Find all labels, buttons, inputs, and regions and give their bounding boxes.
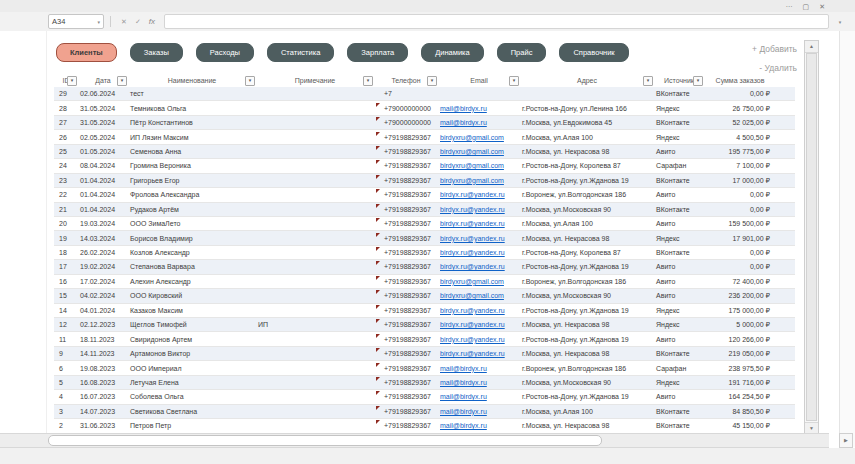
email-link[interactable]: birdyx.ru@yandex.ru — [440, 220, 505, 227]
tab-clients[interactable]: Клиенты — [56, 43, 117, 62]
table-row[interactable]: 1504.02.2024ООО Кировский+79198829367bir… — [54, 289, 795, 303]
table-row[interactable]: 231.06.2023Петров Петр+79198829367mail@b… — [54, 419, 795, 433]
window-icon[interactable]: ▢ — [803, 3, 810, 10]
email-link[interactable]: mail@birdyx.ru — [440, 105, 487, 112]
filter-button-phone[interactable]: ▾ — [427, 76, 437, 86]
tab-orders[interactable]: Заказы — [130, 43, 183, 62]
cell-email[interactable]: birdyx.ru@yandex.ru — [438, 304, 520, 317]
table-row[interactable]: 2019.03.2024ООО ЗимаЛето+79198829367bird… — [54, 217, 795, 231]
table-row[interactable]: 619.08.2023ООО Империал+79198829367mail@… — [54, 361, 795, 375]
table-row[interactable]: 1202.12.2023Щеглов ТимофейИП+79198829367… — [54, 318, 795, 332]
insert-function-icon[interactable]: fx — [149, 18, 155, 26]
email-link[interactable]: birdyxru@gmail.com — [440, 148, 504, 155]
close-icon[interactable]: ✕ — [819, 3, 825, 10]
table-row[interactable]: 1826.02.2024Козлов Александр+79198829367… — [54, 246, 795, 260]
cell-email[interactable]: mail@birdyx.ru — [438, 116, 520, 129]
formula-bar-expand-icon[interactable]: ▾ — [833, 19, 847, 25]
cell-email[interactable]: mail@birdyx.ru — [438, 102, 520, 115]
email-link[interactable]: mail@birdyx.ru — [440, 365, 487, 372]
cell-email[interactable]: birdyx.ru@yandex.ru — [438, 333, 520, 346]
email-link[interactable]: birdyx.ru@yandex.ru — [440, 350, 505, 357]
cell-email[interactable]: mail@birdyx.ru — [438, 376, 520, 389]
email-link[interactable]: birdyx.ru@yandex.ru — [440, 191, 505, 198]
table-row[interactable]: 2201.04.2024Фролова Александра+791988293… — [54, 188, 795, 202]
email-link[interactable]: birdyxru@gmail.com — [440, 278, 504, 285]
delete-row-button[interactable]: - Удалить — [759, 63, 797, 73]
cell-email[interactable]: birdyxru@gmail.com — [438, 131, 520, 144]
table-row[interactable]: 914.11.2023Артамонов Виктор+79198829367b… — [54, 347, 795, 361]
tab-directory[interactable]: Справочник — [559, 43, 628, 62]
cell-email[interactable]: mail@birdyx.ru — [438, 362, 520, 375]
filter-button-address[interactable]: ▾ — [643, 76, 653, 86]
filter-button-source[interactable]: ▾ — [693, 76, 703, 86]
email-link[interactable]: mail@birdyx.ru — [440, 119, 487, 126]
vertical-scrollbar[interactable]: ▲ ▼ — [804, 40, 819, 435]
table-row[interactable]: 2902.06.2024тест+7ВКонтакте0,00 ₽ — [54, 87, 795, 101]
email-link[interactable]: mail@birdyx.ru — [440, 393, 487, 400]
tab-salary[interactable]: Зарплата — [347, 43, 408, 62]
filter-button-id[interactable]: ▾ — [67, 76, 77, 86]
table-row[interactable]: 1404.01.2024Казаков Максим+79198829367bi… — [54, 304, 795, 318]
email-link[interactable]: birdyxru@gmail.com — [440, 292, 504, 299]
cell-email[interactable]: birdyxru@gmail.com — [438, 174, 520, 187]
table-row[interactable]: 2301.04.2024Григорьев Егор+79198829367bi… — [54, 174, 795, 188]
email-link[interactable]: birdyx.ru@yandex.ru — [440, 249, 505, 256]
table-row[interactable]: 1118.11.2023Свиридонов Артем+79198829367… — [54, 332, 795, 346]
name-box-dropdown-icon[interactable]: ▾ — [97, 19, 100, 25]
horizontal-scrollbar-thumb[interactable] — [48, 435, 602, 446]
cell-email[interactable]: birdyx.ru@yandex.ru — [438, 347, 520, 360]
email-link[interactable]: birdyx.ru@yandex.ru — [440, 307, 505, 314]
cell-email[interactable]: mail@birdyx.ru — [438, 419, 520, 432]
scroll-up-icon[interactable]: ▲ — [805, 41, 818, 53]
filter-button-date[interactable]: ▾ — [117, 76, 127, 86]
cell-name-box[interactable]: A34 ▾ — [48, 14, 104, 29]
cell-email[interactable]: mail@birdyx.ru — [438, 405, 520, 418]
confirm-entry-icon[interactable]: ✓ — [135, 18, 141, 25]
cell-email[interactable]: mail@birdyx.ru — [438, 390, 520, 403]
filter-button-note[interactable]: ▾ — [363, 76, 373, 86]
email-link[interactable]: birdyxru@gmail.com — [440, 177, 504, 184]
email-link[interactable]: mail@birdyx.ru — [440, 422, 487, 429]
table-row[interactable]: 1914.03.2024Борисов Владимир+79198829367… — [54, 231, 795, 245]
ellipsis-menu-icon[interactable]: ⋯ — [786, 3, 793, 10]
cell-email[interactable]: birdyxru@gmail.com — [438, 275, 520, 288]
cell-email[interactable]: birdyxru@gmail.com — [438, 145, 520, 158]
tab-expenses[interactable]: Расходы — [196, 43, 254, 62]
table-row[interactable]: 2501.05.2024Семенова Анна+79198829367bir… — [54, 145, 795, 159]
cell-email[interactable]: birdyxru@gmail.com — [438, 289, 520, 302]
email-link[interactable]: birdyxru@gmail.com — [440, 162, 504, 169]
cancel-entry-icon[interactable]: ✕ — [121, 18, 127, 25]
cell-email[interactable]: birdyxru@gmail.com — [438, 159, 520, 172]
table-row[interactable]: 2831.05.2024Темникова Ольга+79000000000m… — [54, 101, 795, 115]
email-link[interactable]: birdyxru@gmail.com — [440, 134, 504, 141]
email-link[interactable]: birdyx.ru@yandex.ru — [440, 206, 505, 213]
cell-email[interactable]: birdyx.ru@yandex.ru — [438, 203, 520, 216]
cell-email[interactable]: birdyx.ru@yandex.ru — [438, 260, 520, 273]
cell-email[interactable]: birdyx.ru@yandex.ru — [438, 232, 520, 245]
cell-email[interactable]: birdyx.ru@yandex.ru — [438, 318, 520, 331]
tab-statistics[interactable]: Статистика — [267, 43, 334, 62]
email-link[interactable]: mail@birdyx.ru — [440, 379, 487, 386]
add-row-button[interactable]: + Добавить — [752, 44, 797, 54]
filter-button-name[interactable]: ▾ — [245, 76, 255, 86]
table-row[interactable]: 2408.04.2024Громина Вероника+79198829367… — [54, 159, 795, 173]
formula-input[interactable] — [164, 14, 829, 29]
email-link[interactable]: birdyx.ru@yandex.ru — [440, 263, 505, 270]
tab-dynamics[interactable]: Динамика — [421, 43, 484, 62]
email-link[interactable]: birdyx.ru@yandex.ru — [440, 235, 505, 242]
email-link[interactable]: birdyx.ru@yandex.ru — [440, 321, 505, 328]
table-row[interactable]: 2101.04.2024Рудаков Артём+79198829367bir… — [54, 203, 795, 217]
horizontal-scrollbar[interactable] — [0, 433, 829, 448]
tab-price[interactable]: Прайс — [497, 43, 547, 62]
cell-email[interactable]: birdyx.ru@yandex.ru — [438, 217, 520, 230]
table-row[interactable]: 516.08.2023Летучая Елена+79198829367mail… — [54, 376, 795, 390]
table-row[interactable]: 1719.02.2024Степанова Варвара+7919882936… — [54, 260, 795, 274]
table-row[interactable]: 416.07.2023Соболева Ольга+79198829367mai… — [54, 390, 795, 404]
table-row[interactable]: 314.07.2023Светикова Светлана+7919882936… — [54, 405, 795, 419]
scroll-right-icon[interactable]: ▶ — [839, 433, 853, 448]
cell-email[interactable]: birdyx.ru@yandex.ru — [438, 246, 520, 259]
table-row[interactable]: 2731.05.2024Пётр Константинов+7900000000… — [54, 116, 795, 130]
vertical-scrollbar-thumb[interactable] — [806, 53, 817, 421]
email-link[interactable]: birdyx.ru@yandex.ru — [440, 336, 505, 343]
table-row[interactable]: 2602.05.2024ИП Лязин Максим+79198829367b… — [54, 130, 795, 144]
